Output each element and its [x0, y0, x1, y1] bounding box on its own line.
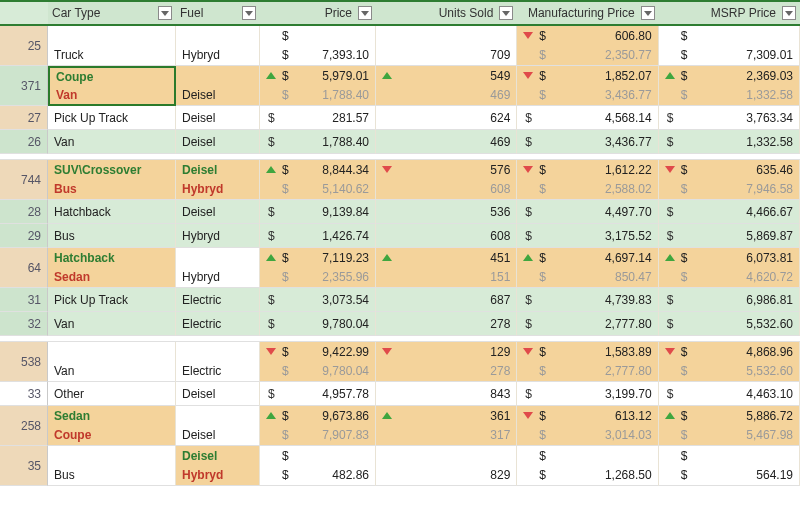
cell-car-type-diff[interactable]: Van	[48, 342, 176, 382]
column-header[interactable]: MSRP Price	[659, 0, 800, 26]
cell-msrp-price-diff[interactable]: $4,868.96$5,532.60	[659, 342, 800, 382]
cell-fuel[interactable]: Hybryd	[176, 224, 260, 248]
cell-mfg-price-diff[interactable]: $4,697.14$850.47	[517, 248, 658, 288]
cell-car-type[interactable]: Van	[48, 130, 176, 154]
cell-msrp-price-diff[interactable]: $2,369.03$1,332.58	[659, 66, 800, 106]
cell-car-type-diff[interactable]: SUV\CrossoverBus	[48, 160, 176, 200]
filter-dropdown-icon[interactable]	[158, 6, 172, 20]
cell-fuel[interactable]: Deisel	[176, 106, 260, 130]
cell-fuel-diff[interactable]: Electric	[176, 342, 260, 382]
cell-units[interactable]: 536	[376, 200, 517, 224]
cell-price[interactable]: $1,788.40	[260, 130, 376, 154]
cell-mfg-price[interactable]: $4,739.83	[517, 288, 658, 312]
cell-price-diff[interactable]: $9,422.99$9,780.04	[260, 342, 376, 382]
cell-msrp-price[interactable]: $5,532.60	[659, 312, 800, 336]
cell-mfg-price-diff[interactable]: $606.80$2,350.77	[517, 26, 658, 66]
cell-fuel[interactable]: Electric	[176, 312, 260, 336]
cell-car-type-diff[interactable]: Bus	[48, 446, 176, 486]
cell-price[interactable]: $3,073.54	[260, 288, 376, 312]
cell-units[interactable]: 278	[376, 312, 517, 336]
cell-units[interactable]: 624	[376, 106, 517, 130]
cell-units-diff[interactable]: 129278	[376, 342, 517, 382]
cell-units[interactable]: 687	[376, 288, 517, 312]
cell-car-type[interactable]: Van	[48, 312, 176, 336]
cell-mfg-price-diff[interactable]: $1,852.07$3,436.77	[517, 66, 658, 106]
filter-dropdown-icon[interactable]	[358, 6, 372, 20]
cell-car-type-diff[interactable]: CoupeVan	[48, 66, 176, 106]
cell-fuel[interactable]: Deisel	[176, 200, 260, 224]
cell-car-type[interactable]: Bus	[48, 224, 176, 248]
cell-car-type-diff[interactable]: SedanCoupe	[48, 406, 176, 446]
cell-msrp-price[interactable]: $4,466.67	[659, 200, 800, 224]
row-number: 31	[0, 288, 48, 312]
column-header[interactable]: Fuel	[176, 0, 260, 26]
cell-units-diff[interactable]: 709	[376, 26, 517, 66]
trend-up-icon	[382, 254, 392, 261]
cell-price-diff[interactable]: $$482.86	[260, 446, 376, 486]
cell-mfg-price-diff[interactable]: $613.12$3,014.03	[517, 406, 658, 446]
cell-msrp-price[interactable]: $4,463.10	[659, 382, 800, 406]
column-header[interactable]: Price	[260, 0, 376, 26]
cell-car-type[interactable]: Hatchback	[48, 200, 176, 224]
cell-mfg-price[interactable]: $4,497.70	[517, 200, 658, 224]
filter-dropdown-icon[interactable]	[242, 6, 256, 20]
cell-car-type[interactable]: Pick Up Track	[48, 288, 176, 312]
cell-fuel-diff[interactable]: Deisel	[176, 406, 260, 446]
cell-mfg-price-diff[interactable]: $1,612.22$2,588.02	[517, 160, 658, 200]
cell-car-type[interactable]: Pick Up Track	[48, 106, 176, 130]
cell-units-diff[interactable]: 549469	[376, 66, 517, 106]
filter-dropdown-icon[interactable]	[641, 6, 655, 20]
cell-fuel-diff[interactable]: Hybryd	[176, 248, 260, 288]
cell-msrp-price[interactable]: $5,869.87	[659, 224, 800, 248]
cell-price[interactable]: $9,139.84	[260, 200, 376, 224]
filter-dropdown-icon[interactable]	[499, 6, 513, 20]
cell-fuel-diff[interactable]: Hybryd	[176, 26, 260, 66]
cell-price[interactable]: $4,957.78	[260, 382, 376, 406]
cell-msrp-price-diff[interactable]: $5,886.72$5,467.98	[659, 406, 800, 446]
cell-car-type-diff[interactable]: HatchbackSedan	[48, 248, 176, 288]
header-label: Fuel	[180, 6, 242, 20]
cell-mfg-price[interactable]: $3,436.77	[517, 130, 658, 154]
cell-fuel-diff[interactable]: DeiselHybryd	[176, 446, 260, 486]
cell-fuel-diff[interactable]: Deisel	[176, 66, 260, 106]
cell-units-diff[interactable]: 829	[376, 446, 517, 486]
filter-dropdown-icon[interactable]	[782, 6, 796, 20]
cell-mfg-price[interactable]: $4,568.14	[517, 106, 658, 130]
cell-price-diff[interactable]: $7,119.23$2,355.96	[260, 248, 376, 288]
column-header[interactable]: Units Sold	[376, 0, 517, 26]
cell-msrp-price[interactable]: $3,763.34	[659, 106, 800, 130]
cell-price[interactable]: $9,780.04	[260, 312, 376, 336]
cell-price[interactable]: $1,426.74	[260, 224, 376, 248]
column-header[interactable]: Car Type	[48, 0, 176, 26]
cell-units-diff[interactable]: 361317	[376, 406, 517, 446]
column-header[interactable]: Manufacturing Price	[517, 0, 658, 26]
cell-car-type[interactable]: Other	[48, 382, 176, 406]
cell-msrp-price-diff[interactable]: $$564.19	[659, 446, 800, 486]
cell-msrp-price[interactable]: $1,332.58	[659, 130, 800, 154]
cell-msrp-price-diff[interactable]: $6,073.81$4,620.72	[659, 248, 800, 288]
cell-units-diff[interactable]: 451151	[376, 248, 517, 288]
cell-msrp-price-diff[interactable]: $$7,309.01	[659, 26, 800, 66]
cell-price[interactable]: $281.57	[260, 106, 376, 130]
cell-units[interactable]: 469	[376, 130, 517, 154]
cell-price-diff[interactable]: $9,673.86$7,907.83	[260, 406, 376, 446]
cell-mfg-price[interactable]: $3,199.70	[517, 382, 658, 406]
cell-mfg-price-diff[interactable]: $$1,268.50	[517, 446, 658, 486]
cell-car-type-diff[interactable]: Truck	[48, 26, 176, 66]
cell-price-diff[interactable]: $8,844.34$5,140.62	[260, 160, 376, 200]
cell-units[interactable]: 843	[376, 382, 517, 406]
cell-mfg-price[interactable]: $2,777.80	[517, 312, 658, 336]
cell-fuel[interactable]: Deisel	[176, 382, 260, 406]
cell-msrp-price[interactable]: $6,986.81	[659, 288, 800, 312]
cell-mfg-price-diff[interactable]: $1,583.89$2,777.80	[517, 342, 658, 382]
cell-price-diff[interactable]: $5,979.01$1,788.40	[260, 66, 376, 106]
trend-up-icon	[523, 254, 533, 261]
cell-price-diff[interactable]: $$7,393.10	[260, 26, 376, 66]
cell-fuel[interactable]: Deisel	[176, 130, 260, 154]
cell-mfg-price[interactable]: $3,175.52	[517, 224, 658, 248]
cell-fuel-diff[interactable]: DeiselHybryd	[176, 160, 260, 200]
cell-fuel[interactable]: Electric	[176, 288, 260, 312]
cell-msrp-price-diff[interactable]: $635.46$7,946.58	[659, 160, 800, 200]
cell-units-diff[interactable]: 576608	[376, 160, 517, 200]
cell-units[interactable]: 608	[376, 224, 517, 248]
